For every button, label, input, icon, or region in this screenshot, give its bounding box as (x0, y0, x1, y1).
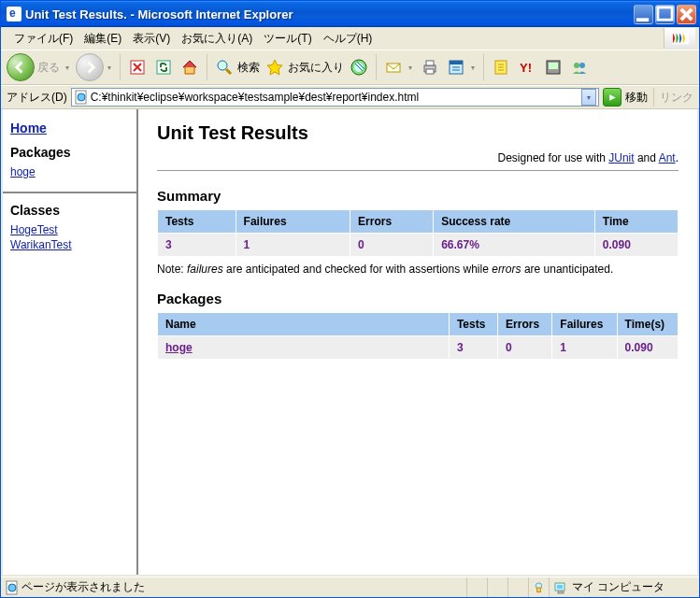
svg-rect-13 (450, 61, 463, 64)
th-ptests: Tests (449, 313, 497, 336)
status-page-icon (5, 580, 20, 595)
lock-icon (533, 581, 545, 594)
media-button[interactable] (348, 56, 370, 78)
home-button[interactable] (179, 56, 201, 78)
svg-rect-27 (557, 585, 563, 589)
address-input[interactable]: C:¥thinkit¥eclipse¥workspace¥testsample¥… (71, 88, 599, 107)
status-zone-cell: マイ コンピュータ (550, 577, 699, 597)
back-button[interactable] (7, 53, 35, 81)
ant-link[interactable]: Ant (659, 151, 676, 164)
note-errors: errors (492, 263, 521, 276)
notes-button[interactable] (490, 56, 512, 78)
svg-rect-25 (537, 588, 541, 592)
search-label[interactable]: 検索 (237, 60, 260, 76)
note-failures: failures (187, 263, 223, 276)
td-tests: 3 (158, 234, 236, 257)
forward-dropdown[interactable]: ▾ (105, 54, 114, 80)
search-icon[interactable] (213, 56, 236, 78)
yahoo-button[interactable]: Y! (516, 56, 538, 78)
status-cell-4 (529, 577, 550, 597)
ie-throbber-icon (664, 28, 695, 49)
toolbar: 戻る ▾ ▾ 検索 お気に入り ▾ ▾ Y! (1, 50, 699, 85)
th-errors: Errors (350, 210, 434, 234)
package-link-hoge[interactable]: hoge (10, 165, 129, 178)
and-text: and (635, 151, 659, 164)
menu-favorites[interactable]: お気に入り(A) (176, 28, 258, 50)
mail-dropdown[interactable]: ▾ (406, 54, 415, 80)
content-area: Home Packages hoge Classes HogeTest Wari… (1, 109, 699, 577)
mail-button[interactable] (382, 56, 405, 78)
back-dropdown[interactable]: ▾ (63, 54, 72, 80)
messenger-button[interactable] (568, 56, 591, 78)
menu-view[interactable]: 表示(V) (127, 28, 176, 50)
menu-tools[interactable]: ツール(T) (258, 28, 317, 50)
menu-file[interactable]: ファイル(F) (8, 28, 79, 50)
home-link[interactable]: Home (10, 121, 129, 135)
class-link-hogetest[interactable]: HogeTest (10, 223, 129, 236)
packages-heading: Packages (10, 145, 129, 160)
menu-help[interactable]: ヘルプ(H) (318, 28, 379, 50)
junit-link[interactable]: JUnit (608, 151, 634, 164)
td-ptests: 3 (449, 336, 497, 360)
close-button[interactable] (677, 5, 696, 24)
td-time: 0.090 (594, 234, 678, 257)
designed-prefix: Designed for use with (498, 151, 609, 164)
svg-rect-1 (658, 7, 672, 19)
svg-point-23 (8, 584, 16, 591)
print-button[interactable] (419, 56, 441, 78)
ie-icon (7, 7, 21, 21)
svg-point-5 (218, 61, 227, 70)
th-time: Time (594, 210, 678, 234)
svg-point-21 (78, 93, 85, 101)
package-row-link[interactable]: hoge (165, 341, 193, 354)
td-rate: 66.67% (434, 234, 595, 257)
divider (157, 170, 679, 171)
svg-rect-17 (549, 63, 558, 69)
maximize-button[interactable] (655, 5, 675, 24)
minimize-button[interactable] (634, 5, 653, 24)
menubar: ファイル(F) 編集(E) 表示(V) お気に入り(A) ツール(T) ヘルプ(… (1, 27, 699, 50)
titlebar: Unit Test Results. - Microsoft Internet … (1, 1, 699, 27)
status-zone: マイ コンピュータ (572, 579, 687, 595)
th-pfailures: Failures (552, 313, 617, 336)
th-name: Name (158, 313, 450, 336)
th-rate: Success rate (434, 210, 595, 234)
address-dropdown[interactable]: ▾ (581, 89, 596, 106)
stop-button[interactable] (126, 56, 149, 78)
edit-dropdown[interactable]: ▾ (468, 54, 478, 80)
status-message: ページが表示されました (21, 579, 145, 595)
menu-edit[interactable]: 編集(E) (79, 28, 127, 50)
favorites-label[interactable]: お気に入り (288, 60, 344, 76)
my-computer-icon (553, 580, 568, 595)
refresh-button[interactable] (152, 56, 175, 78)
td-failures: 1 (236, 234, 350, 257)
note-a: Note: (157, 263, 187, 276)
th-tests: Tests (158, 210, 236, 234)
status-bar: ページが表示されました マイ コンピュータ (1, 577, 699, 597)
back-label: 戻る (36, 60, 62, 76)
th-failures: Failures (236, 210, 350, 234)
td-pname: hoge (158, 336, 450, 360)
page-icon (74, 90, 89, 105)
svg-point-18 (574, 63, 579, 68)
ie-window: Unit Test Results. - Microsoft Internet … (0, 0, 700, 598)
status-message-cell: ページが表示されました (1, 577, 467, 597)
class-link-warikantest[interactable]: WarikanTest (10, 238, 129, 251)
note-text: Note: failures are anticipated and check… (157, 263, 679, 276)
note-b: are anticipated and checked for with ass… (223, 263, 493, 276)
td-perrors: 0 (498, 336, 552, 360)
favorites-icon[interactable] (264, 56, 286, 78)
status-cell-3 (508, 577, 529, 597)
links-label[interactable]: リンク (653, 88, 693, 107)
sidebar: Home Packages hoge Classes HogeTest Wari… (3, 109, 138, 575)
summary-heading: Summary (157, 188, 679, 204)
svg-rect-28 (558, 591, 564, 593)
forward-button[interactable] (76, 53, 104, 81)
chat-button[interactable] (542, 56, 564, 78)
edit-button[interactable] (445, 56, 467, 78)
window-title: Unit Test Results. - Microsoft Internet … (25, 7, 634, 21)
th-ptime: Time(s) (617, 313, 678, 336)
go-button[interactable] (603, 88, 621, 107)
note-c: are unanticipated. (521, 263, 614, 276)
page-title: Unit Test Results (157, 122, 679, 144)
